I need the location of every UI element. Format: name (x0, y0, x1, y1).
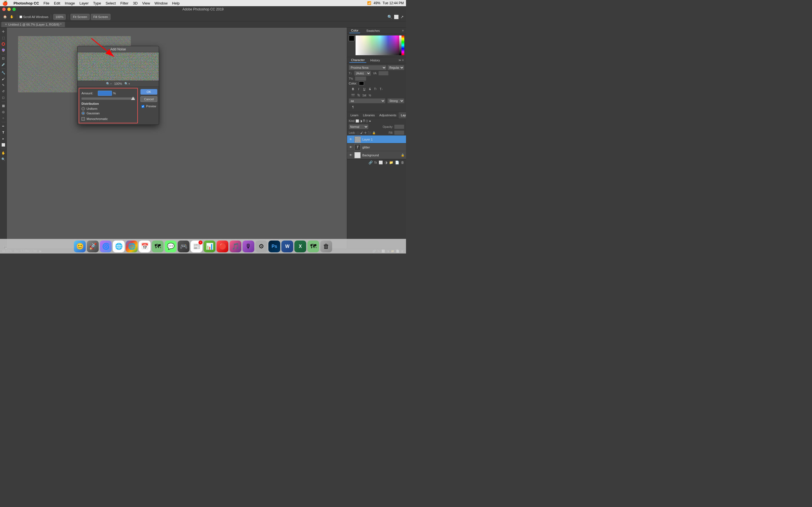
tab-character[interactable]: Character (349, 58, 366, 63)
dock-maps2[interactable]: 🗺 (307, 240, 319, 252)
path-selection-tool[interactable]: ▸ (1, 136, 6, 142)
dock-chrome[interactable]: 🌐 (113, 240, 124, 252)
hand-tool[interactable]: ✋ (9, 14, 15, 20)
pixel-filter-icon[interactable]: ⬜ (356, 119, 359, 122)
lang-select[interactable]: aa (349, 98, 386, 103)
foreground-swatch[interactable] (349, 36, 354, 41)
menu-item-select[interactable]: Select (105, 1, 116, 5)
menu-item-help[interactable]: Help (172, 1, 180, 5)
lock-artboard-icon[interactable]: ⬛ (368, 131, 371, 134)
small-caps-icon[interactable]: Tc (356, 93, 361, 98)
dock-news2[interactable]: 🔴 (216, 240, 229, 252)
panel-icon[interactable]: ⬜ (394, 15, 399, 19)
home-icon[interactable]: 🏠 (2, 14, 8, 20)
zoom-tool-side[interactable]: 🔍 (1, 156, 6, 162)
underline-icon[interactable]: U (362, 87, 367, 92)
zoom-in-icon[interactable]: 🔍+ (124, 82, 130, 86)
menu-item-3d[interactable]: 3D (133, 1, 138, 5)
dock-app8[interactable]: 🎮 (177, 240, 190, 252)
maximize-button[interactable] (12, 8, 16, 11)
dock-excel[interactable]: X (294, 240, 306, 252)
dock-launchpad[interactable]: 🚀 (87, 240, 99, 252)
link-layers-icon[interactable]: 🔗 (368, 161, 373, 165)
document-tab[interactable]: ✕ Untitled-1 @ 66.7% (Layer 1, RGB/8) * (1, 22, 65, 27)
amount-slider[interactable] (82, 98, 135, 100)
brush-tool[interactable]: 🖌 (1, 76, 6, 82)
lock-all-icon[interactable]: 🔒 (372, 131, 375, 134)
font-family-select[interactable]: Proxima Nova (349, 65, 387, 70)
fraction-icon[interactable]: ½ (367, 93, 372, 98)
zoom-input[interactable]: 100% (53, 14, 66, 20)
tab-swatches[interactable]: Swatches (364, 29, 382, 33)
clone-stamp-tool[interactable]: ✎ (1, 82, 6, 88)
minimize-button[interactable] (7, 8, 11, 11)
glitter-visibility-icon[interactable]: 👁 (349, 145, 353, 149)
delete-layer-icon[interactable]: 🗑 (401, 161, 404, 165)
ordinal-icon[interactable]: 1st (362, 93, 367, 98)
hand-tool-side[interactable]: ✋ (1, 150, 6, 156)
all-caps-icon[interactable]: TT (350, 93, 356, 98)
dock-finder[interactable]: 😊 (74, 240, 86, 252)
dock-trash[interactable]: 🗑 (320, 240, 332, 252)
dock-word[interactable]: W (282, 240, 293, 252)
adjustment-filter-icon[interactable]: ◑ (360, 119, 362, 122)
scroll-all-windows-checkbox[interactable] (19, 15, 22, 18)
hue-slider[interactable] (402, 36, 404, 55)
menu-item-file[interactable]: File (43, 1, 49, 5)
opacity-input[interactable]: 100% (394, 124, 404, 129)
zoom-out-icon[interactable]: 🔍− (106, 82, 112, 86)
menu-item-image[interactable]: Image (65, 1, 75, 5)
lock-image-icon[interactable]: 🖌 (360, 131, 363, 134)
font-style-select[interactable]: Regular (388, 65, 404, 70)
shape-filter-icon[interactable]: ⬡ (366, 119, 368, 122)
menu-item-edit[interactable]: Edit (54, 1, 60, 5)
menu-item-filter[interactable]: Filter (120, 1, 129, 5)
tab-history[interactable]: History (368, 58, 382, 62)
eraser-tool[interactable]: ◻ (1, 95, 6, 100)
marquee-tool[interactable]: ⬚ (1, 35, 6, 41)
dock-calendar[interactable]: 📅 (139, 240, 151, 252)
layer-item-glitter[interactable]: 👁 T glitter (347, 144, 406, 151)
menu-item-layer[interactable]: Layer (80, 1, 89, 5)
shape-tool[interactable]: ⬜ (1, 142, 6, 148)
lock-transparent-icon[interactable]: ⬚ (357, 131, 359, 134)
tab-adjustments[interactable]: Adjustments (377, 112, 399, 118)
font-size-select[interactable]: (Auto) (354, 71, 371, 76)
italic-icon[interactable]: I (356, 87, 361, 92)
dock-messages[interactable]: 💬 (165, 240, 176, 252)
tab-learn[interactable]: Learn (348, 112, 361, 118)
value-slider[interactable] (399, 36, 402, 55)
add-fx-icon[interactable]: fx (374, 161, 377, 165)
menu-item-view[interactable]: View (142, 1, 150, 5)
lock-position-icon[interactable]: ✛ (364, 131, 366, 134)
layer-item-background[interactable]: 👁 Background 🔒 (347, 151, 406, 159)
antialiasing-select[interactable]: Strong (388, 98, 404, 103)
heal-tool[interactable]: 🔧 (1, 70, 6, 75)
dock-siri[interactable]: 🌀 (100, 240, 112, 252)
magic-wand-tool[interactable]: 🔮 (1, 47, 6, 53)
text-color-swatch[interactable] (359, 81, 364, 86)
panel-collapse-color[interactable]: ≡ (402, 29, 404, 32)
add-mask-icon[interactable]: ⬜ (378, 161, 383, 165)
search-icon[interactable]: 🔍 (388, 15, 392, 19)
dock-photoshop[interactable]: Ps (268, 240, 280, 252)
new-group-icon[interactable]: 📁 (389, 161, 393, 165)
tab-libraries[interactable]: Libraries (361, 112, 377, 118)
fill-input[interactable]: 100% (394, 130, 404, 135)
tracking-input[interactable]: 120 (378, 71, 389, 75)
tab-close[interactable]: ✕ (5, 23, 7, 26)
scale-input[interactable]: 100% (355, 76, 366, 81)
cancel-button[interactable]: Cancel (140, 96, 157, 102)
crop-tool[interactable]: ⊡ (1, 55, 6, 61)
gradient-tool[interactable]: ▦ (1, 103, 6, 108)
new-adjustment-icon[interactable]: ◑ (385, 161, 388, 165)
menu-item-type[interactable]: Type (93, 1, 101, 5)
subscript-icon[interactable]: T↓ (378, 87, 384, 92)
dock-maps[interactable]: 🗺 (152, 240, 163, 252)
menu-item-window[interactable]: Window (154, 1, 167, 5)
gaussian-radio[interactable] (82, 112, 85, 115)
close-button[interactable] (2, 8, 6, 11)
uniform-radio[interactable] (82, 107, 85, 110)
apple-menu[interactable]: 🍎 (2, 1, 8, 6)
paragraph-icon[interactable]: ¶ (350, 105, 356, 110)
